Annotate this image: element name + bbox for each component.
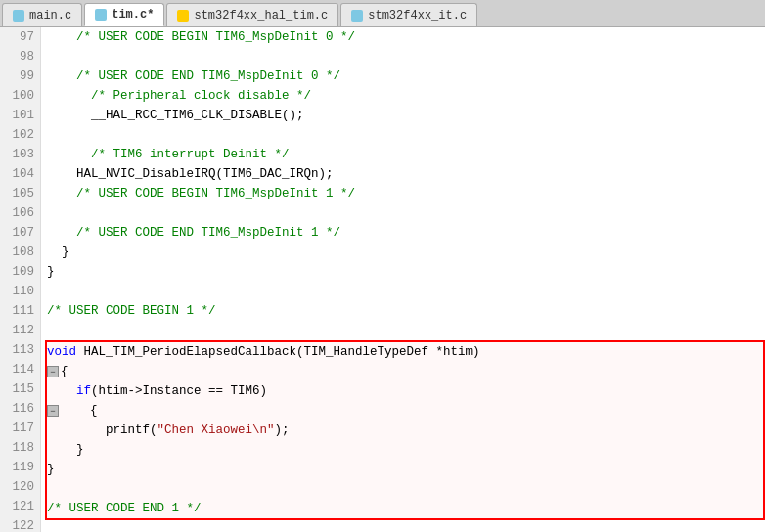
line-num-109: 109 xyxy=(0,262,40,282)
code-line-122 xyxy=(47,520,765,532)
code-line-97: /* USER CODE BEGIN TIM6_MspDeInit 0 */ xyxy=(47,27,765,47)
code-line-100: /* Peripheral clock disable */ xyxy=(47,86,765,106)
line-num-120: 120 xyxy=(0,477,40,497)
code-line-98 xyxy=(47,47,765,66)
tab-label-tim-c: tim.c* xyxy=(112,8,154,22)
tab-bar: main.ctim.c*stm32f4xx_hal_tim.cstm32f4xx… xyxy=(0,0,765,27)
fold-indicator-116[interactable]: − xyxy=(47,405,59,417)
line-num-103: 103 xyxy=(0,145,40,164)
code-line-102 xyxy=(47,125,765,145)
line-num-97: 97 xyxy=(0,27,40,47)
highlight-region: void HAL_TIM_PeriodElapsedCallback(TIM_H… xyxy=(45,340,765,520)
line-num-121: 121 xyxy=(0,497,40,516)
line-num-99: 99 xyxy=(0,66,40,86)
line-num-100: 100 xyxy=(0,86,40,106)
line-num-114: 114 xyxy=(0,360,40,379)
tab-label-main-c: main.c xyxy=(29,9,71,22)
line-num-102: 102 xyxy=(0,125,40,145)
code-line-120 xyxy=(47,479,763,499)
code-line-101: __HAL_RCC_TIM6_CLK_DISABLE(); xyxy=(47,106,765,125)
tab-stm32f4xx-it[interactable]: stm32f4xx_it.c xyxy=(340,3,477,26)
code-line-115: if(htim->Instance == TIM6) xyxy=(47,381,763,401)
code-line-107: /* USER CODE END TIM6_MspDeInit 1 */ xyxy=(47,223,765,243)
code-line-111: /* USER CODE BEGIN 1 */ xyxy=(47,301,765,321)
tab-tim-c[interactable]: tim.c* xyxy=(84,3,164,26)
code-line-103: /* TIM6 interrupt Deinit */ xyxy=(47,145,765,164)
line-num-98: 98 xyxy=(0,47,40,66)
tab-icon-stm32f4xx-hal-tim xyxy=(177,10,189,22)
code-line-114: −{ xyxy=(47,362,763,381)
code-line-119: } xyxy=(47,460,763,479)
code-line-110 xyxy=(47,282,765,301)
code-line-116: − { xyxy=(47,401,763,421)
tab-label-stm32f4xx-it: stm32f4xx_it.c xyxy=(368,9,467,22)
line-num-106: 106 xyxy=(0,203,40,223)
code-line-117: printf("Chen Xiaowei\n"); xyxy=(47,421,763,440)
code-line-105: /* USER CODE BEGIN TIM6_MspDeInit 1 */ xyxy=(47,184,765,203)
line-num-122: 122 xyxy=(0,516,40,532)
code-line-109: } xyxy=(47,262,765,282)
code-line-121: /* USER CODE END 1 */ xyxy=(47,499,763,518)
line-num-116: 116 xyxy=(0,399,40,419)
tab-icon-tim-c xyxy=(95,9,107,21)
line-num-101: 101 xyxy=(0,106,40,125)
line-num-111: 111 xyxy=(0,301,40,321)
line-num-119: 119 xyxy=(0,458,40,477)
code-area: 9798991001011021031041051061071081091101… xyxy=(0,27,765,532)
tab-icon-main-c xyxy=(13,10,24,22)
line-num-113: 113 xyxy=(0,340,40,360)
line-numbers: 9798991001011021031041051061071081091101… xyxy=(0,27,41,532)
code-line-118: } xyxy=(47,440,763,460)
line-num-104: 104 xyxy=(0,164,40,184)
tab-icon-stm32f4xx-it xyxy=(351,10,363,22)
code-line-99: /* USER CODE END TIM6_MspDeInit 0 */ xyxy=(47,66,765,86)
code-content: /* USER CODE BEGIN TIM6_MspDeInit 0 */ /… xyxy=(41,27,765,532)
line-num-115: 115 xyxy=(0,379,40,399)
line-num-107: 107 xyxy=(0,223,40,243)
line-num-112: 112 xyxy=(0,321,40,340)
code-line-104: HAL_NVIC_DisableIRQ(TIM6_DAC_IRQn); xyxy=(47,164,765,184)
line-num-110: 110 xyxy=(0,282,40,301)
line-num-108: 108 xyxy=(0,243,40,262)
tab-label-stm32f4xx-hal-tim: stm32f4xx_hal_tim.c xyxy=(194,9,328,22)
code-line-113: void HAL_TIM_PeriodElapsedCallback(TIM_H… xyxy=(47,342,763,362)
line-num-118: 118 xyxy=(0,438,40,458)
code-line-106 xyxy=(47,203,765,223)
fold-indicator-114[interactable]: − xyxy=(47,366,59,377)
code-line-108: } xyxy=(47,243,765,262)
tab-main-c[interactable]: main.c xyxy=(2,3,82,26)
line-num-117: 117 xyxy=(0,419,40,438)
code-line-112 xyxy=(47,321,765,340)
line-num-105: 105 xyxy=(0,184,40,203)
tab-stm32f4xx-hal-tim[interactable]: stm32f4xx_hal_tim.c xyxy=(166,3,338,26)
